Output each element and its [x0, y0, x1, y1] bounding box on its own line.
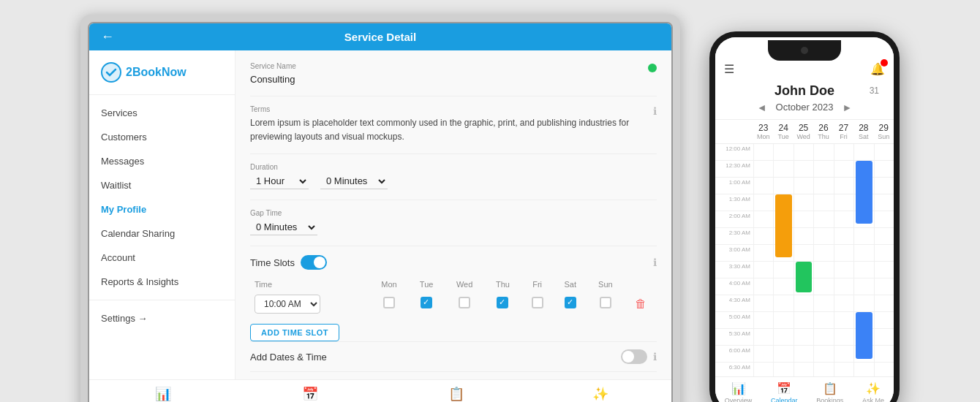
calendar-body[interactable]: 12:00 AM12:30 AM1:00 AM1:30 AM2:00 AM2:3… [715, 144, 894, 376]
cal-cell-13-6[interactable] [874, 363, 894, 376]
cal-cell-2-2[interactable] [794, 178, 813, 194]
cal-cell-6-4[interactable] [834, 245, 853, 261]
cal-cell-7-3[interactable] [813, 262, 833, 278]
cal-cell-11-6[interactable] [874, 329, 894, 345]
cal-cell-3-0[interactable] [753, 194, 773, 211]
sidebar-item-waitlist[interactable]: Waitlist [89, 173, 235, 197]
cal-cell-12-3[interactable] [813, 346, 833, 362]
checkbox-fri[interactable] [532, 297, 543, 308]
cal-cell-3-3[interactable] [813, 194, 833, 211]
cal-cell-2-4[interactable] [834, 178, 853, 194]
cal-cell-10-5[interactable] [853, 312, 873, 328]
duration-minute-select[interactable]: 0 Minutes 15 Minutes 30 Minutes [320, 173, 388, 189]
cal-cell-13-0[interactable] [753, 363, 773, 376]
cal-cell-1-6[interactable] [874, 161, 894, 177]
nav-item-calendar[interactable]: 📅 Calendar [295, 386, 325, 402]
cal-cell-2-0[interactable] [753, 178, 773, 194]
nav-item-bookings[interactable]: 📋 Bookings [442, 386, 472, 402]
cal-cell-7-2[interactable] [794, 262, 813, 278]
cal-cell-2-3[interactable] [813, 178, 833, 194]
cal-cell-6-3[interactable] [813, 245, 833, 261]
cal-cell-9-4[interactable] [834, 295, 853, 311]
cal-cell-10-6[interactable] [874, 312, 894, 328]
cal-cell-9-6[interactable] [874, 295, 894, 311]
cal-cell-2-6[interactable] [874, 178, 894, 194]
cal-cell-7-5[interactable] [853, 262, 873, 278]
nav-item-askme[interactable]: ✨ Ask Me [589, 386, 613, 402]
cal-cell-12-4[interactable] [834, 346, 853, 362]
cal-cell-10-2[interactable] [794, 312, 813, 328]
cal-cell-13-5[interactable] [853, 363, 873, 376]
cal-cell-8-1[interactable] [773, 278, 793, 295]
cal-cell-12-2[interactable] [794, 346, 813, 362]
cal-cell-9-1[interactable] [773, 295, 793, 311]
cal-cell-11-4[interactable] [834, 329, 853, 345]
hamburger-menu[interactable]: ☰ [724, 62, 734, 76]
cal-cell-10-4[interactable] [834, 312, 853, 328]
cal-cell-7-0[interactable] [753, 262, 773, 278]
checkbox-sat[interactable] [565, 297, 576, 308]
cal-cell-3-1[interactable] [773, 194, 793, 211]
phone-nav-overview[interactable]: 📊 Overview [725, 382, 753, 403]
cal-cell-4-6[interactable] [874, 211, 894, 227]
cal-cell-3-2[interactable] [794, 194, 813, 211]
sidebar-item-customers[interactable]: Customers [89, 125, 235, 149]
cal-cell-11-2[interactable] [794, 329, 813, 345]
cal-cell-1-1[interactable] [773, 161, 793, 177]
prev-month-button[interactable]: ◄ [757, 102, 767, 113]
cal-cell-8-5[interactable] [853, 278, 873, 295]
cal-cell-13-3[interactable] [813, 363, 833, 376]
cal-cell-10-1[interactable] [773, 312, 793, 328]
gap-time-select[interactable]: 0 Minutes 15 Minutes [250, 219, 317, 235]
cal-cell-0-6[interactable] [874, 144, 894, 160]
cal-cell-6-0[interactable] [753, 245, 773, 261]
cal-cell-12-6[interactable] [874, 346, 894, 362]
checkbox-tue[interactable] [421, 297, 432, 308]
cal-cell-8-6[interactable] [874, 278, 894, 295]
cal-cell-7-6[interactable] [874, 262, 894, 278]
cal-cell-8-0[interactable] [753, 278, 773, 295]
sidebar-item-services[interactable]: Services [89, 101, 235, 125]
cal-cell-1-2[interactable] [794, 161, 813, 177]
add-slot-button[interactable]: ADD TIME SLOT [250, 324, 339, 341]
slot-time-select[interactable]: 10:00 AM [255, 295, 320, 314]
cal-cell-12-1[interactable] [773, 346, 793, 362]
cal-cell-9-3[interactable] [813, 295, 833, 311]
calendar-event-3[interactable] [856, 312, 872, 359]
cal-cell-7-4[interactable] [834, 262, 853, 278]
cal-cell-6-5[interactable] [853, 245, 873, 261]
nav-item-overview[interactable]: 📊 Overview [148, 386, 178, 402]
cal-cell-1-4[interactable] [834, 161, 853, 177]
cal-cell-0-5[interactable] [853, 144, 873, 160]
cal-cell-0-4[interactable] [834, 144, 853, 160]
next-month-button[interactable]: ► [842, 102, 852, 113]
cal-cell-3-4[interactable] [834, 194, 853, 211]
sidebar-item-account[interactable]: Account [89, 246, 235, 270]
cal-cell-8-4[interactable] [834, 278, 853, 295]
checkbox-sun[interactable] [600, 297, 611, 308]
phone-nav-calendar[interactable]: 📅 Calendar [771, 382, 798, 403]
cal-cell-9-0[interactable] [753, 295, 773, 311]
sidebar-item-settings[interactable]: Settings → [89, 306, 235, 330]
cal-cell-5-5[interactable] [853, 228, 873, 244]
calendar-event-1[interactable] [796, 262, 812, 292]
cal-cell-13-2[interactable] [794, 363, 813, 376]
cal-cell-3-6[interactable] [874, 194, 894, 211]
cal-cell-13-1[interactable] [773, 363, 793, 376]
duration-hour-select[interactable]: 1 Hour 2 Hours [250, 173, 309, 189]
time-slots-info-icon[interactable]: ℹ [653, 257, 657, 268]
cal-cell-10-3[interactable] [813, 312, 833, 328]
cal-cell-4-4[interactable] [834, 211, 853, 227]
cal-cell-6-6[interactable] [874, 245, 894, 261]
sidebar-item-reports[interactable]: Reports & Insights [89, 270, 235, 294]
calendar-event-2[interactable] [856, 161, 872, 224]
add-dates-toggle[interactable] [621, 349, 647, 364]
sidebar-item-myprofile[interactable]: My Profile [89, 197, 235, 221]
cal-cell-5-3[interactable] [813, 228, 833, 244]
cal-cell-5-0[interactable] [753, 228, 773, 244]
cal-cell-11-3[interactable] [813, 329, 833, 345]
time-slots-toggle[interactable] [301, 255, 327, 270]
calendar-event-0[interactable] [775, 194, 791, 257]
checkbox-wed[interactable] [459, 297, 470, 308]
cal-cell-11-0[interactable] [753, 329, 773, 345]
